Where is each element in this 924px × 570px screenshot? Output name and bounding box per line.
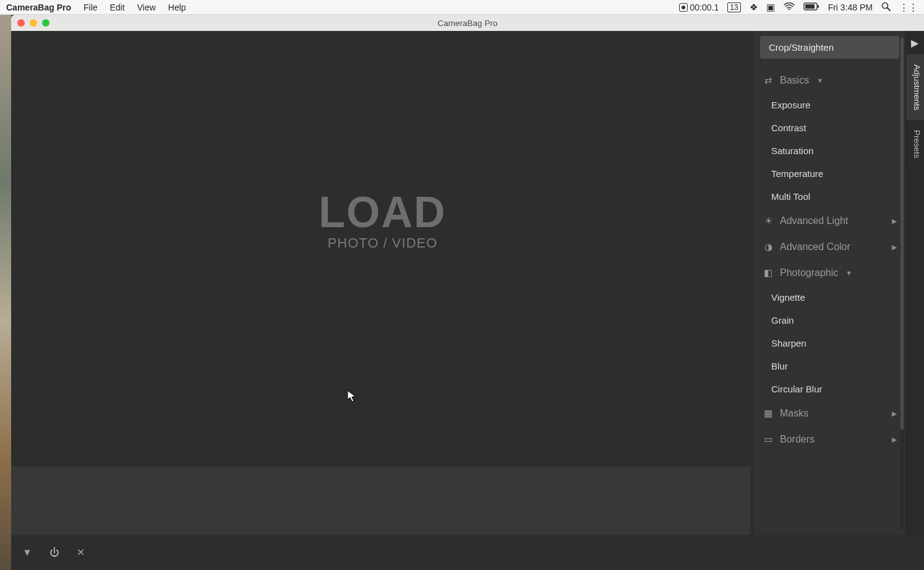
close-window-button[interactable] [17, 19, 25, 27]
desktop-wallpaper-edge [0, 15, 11, 570]
footer-dropdown-button[interactable]: ▼ [22, 547, 32, 558]
chevron-right-icon: ▶ [892, 243, 897, 251]
sliders-icon: ⇄ [763, 75, 774, 86]
svg-point-0 [788, 9, 790, 11]
menu-view[interactable]: View [137, 2, 156, 12]
adjust-item-saturation[interactable]: Saturation [754, 139, 905, 162]
crop-straighten-button[interactable]: Crop/Straighten [760, 36, 899, 59]
zoom-window-button[interactable] [42, 19, 49, 27]
footer-power-button[interactable]: ⏻ [49, 547, 59, 558]
adjust-item-temperature[interactable]: Temperature [754, 162, 905, 185]
window-titlebar[interactable]: CameraBag Pro [11, 15, 924, 31]
dropbox-icon[interactable]: ❖ [750, 2, 758, 12]
tray-bar[interactable] [11, 467, 750, 535]
mac-menubar: CameraBag Pro File Edit View Help 00:00.… [0, 0, 924, 15]
section-head-masks[interactable]: ▦Masks▶ [754, 400, 905, 426]
section-label: Advanced Light [780, 215, 848, 227]
collapse-panel-button[interactable]: ▶ [905, 31, 924, 54]
traffic-lights [11, 19, 49, 27]
adjust-item-grain[interactable]: Grain [754, 309, 905, 332]
side-tab-rail: ▶ Adjustments Presets [905, 31, 924, 535]
record-icon [679, 3, 688, 12]
menu-extras-icon[interactable]: ⋮⋮ [899, 2, 918, 12]
svg-rect-2 [805, 4, 815, 9]
menu-help[interactable]: Help [168, 2, 186, 12]
spotlight-icon[interactable] [881, 2, 891, 12]
load-placeholder[interactable]: LOAD PHOTO / VIDEO [319, 191, 446, 251]
adjust-item-circular-blur[interactable]: Circular Blur [754, 378, 905, 400]
section-label: Borders [780, 434, 815, 445]
section-head-advanced-color[interactable]: ◑Advanced Color▶ [754, 234, 905, 260]
section-label: Masks [780, 408, 808, 419]
canvas-area[interactable]: LOAD PHOTO / VIDEO [11, 31, 754, 467]
mouse-cursor-icon [347, 390, 357, 406]
status-footer: ▼ ⏻ ✕ [11, 535, 924, 570]
chevron-down-icon: ▼ [845, 269, 852, 277]
frame-icon: ▭ [763, 434, 774, 445]
section-head-borders[interactable]: ▭Borders▶ [754, 426, 905, 452]
section-head-photographic[interactable]: ◧Photographic▼ [754, 260, 905, 286]
adjust-item-exposure[interactable]: Exposure [754, 93, 905, 116]
chevron-right-icon: ▶ [892, 410, 897, 418]
palette-icon: ◑ [763, 241, 774, 253]
date-badge[interactable]: 13 [727, 2, 740, 12]
menubar-appname[interactable]: CameraBag Pro [6, 2, 71, 12]
app-window: CameraBag Pro LOAD PHOTO / VIDEO Crop/St… [11, 15, 924, 535]
menu-edit[interactable]: Edit [110, 2, 125, 12]
chevron-right-icon: ▶ [892, 217, 897, 225]
tab-adjustments[interactable]: Adjustments [905, 54, 924, 120]
menubar-clock[interactable]: Fri 3:48 PM [828, 2, 873, 12]
section-label: Advanced Color [780, 241, 850, 253]
screen-record-indicator[interactable]: 00:00.1 [679, 2, 719, 12]
minimize-window-button[interactable] [30, 19, 37, 27]
section-head-advanced-light[interactable]: ☀Advanced Light▶ [754, 208, 905, 234]
adjust-item-vignette[interactable]: Vignette [754, 286, 905, 309]
airplay-icon[interactable]: ▣ [766, 2, 775, 12]
adjustments-sidebar: Crop/Straighten ⇄Basics▼ExposureContrast… [754, 31, 905, 535]
adjust-item-multi-tool[interactable]: Multi Tool [754, 185, 905, 208]
adjust-item-blur[interactable]: Blur [754, 355, 905, 378]
battery-icon[interactable] [803, 2, 819, 12]
scrollbar-thumb[interactable] [900, 37, 904, 430]
svg-rect-3 [818, 5, 819, 8]
section-label: Basics [780, 75, 809, 86]
wifi-icon[interactable] [784, 2, 795, 12]
menu-file[interactable]: File [83, 2, 98, 12]
tab-presets[interactable]: Presets [905, 120, 924, 168]
adjust-item-sharpen[interactable]: Sharpen [754, 332, 905, 355]
checker-icon: ▦ [763, 408, 774, 419]
camera-icon: ◧ [763, 267, 774, 279]
section-head-basics[interactable]: ⇄Basics▼ [754, 67, 905, 93]
adjust-item-contrast[interactable]: Contrast [754, 116, 905, 139]
load-label-main: LOAD [319, 191, 446, 234]
window-title: CameraBag Pro [11, 19, 924, 28]
chevron-down-icon: ▼ [816, 77, 823, 84]
record-time: 00:00.1 [690, 2, 719, 12]
load-label-sub: PHOTO / VIDEO [319, 235, 446, 251]
sun-icon: ☀ [763, 215, 774, 227]
svg-line-5 [888, 8, 891, 11]
chevron-right-icon: ▶ [892, 436, 897, 444]
section-label: Photographic [780, 267, 838, 279]
footer-clear-button[interactable]: ✕ [77, 546, 85, 558]
